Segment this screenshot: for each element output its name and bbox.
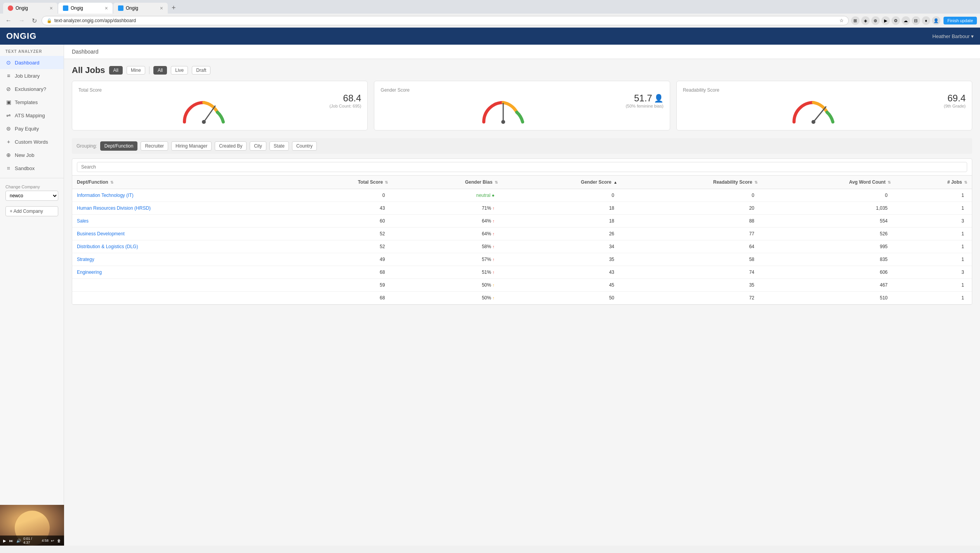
sidebar-item-templates[interactable]: ▣ Templates xyxy=(0,96,64,109)
filter-mine-button[interactable]: Mine xyxy=(127,66,145,75)
grouping-city-button[interactable]: City xyxy=(250,141,266,151)
company-select[interactable]: newco xyxy=(5,191,58,201)
browser-tab-3[interactable]: Ongig × xyxy=(113,3,168,14)
tab-close-3[interactable]: × xyxy=(160,5,163,11)
ext-icon-6[interactable]: ☁ xyxy=(902,16,910,25)
dept-cell-6[interactable]: Strategy xyxy=(72,253,289,266)
star-icon[interactable]: ☆ xyxy=(839,18,844,23)
grouping-country-button[interactable]: Country xyxy=(292,141,317,151)
dept-cell-1[interactable]: Information Technology (IT) xyxy=(72,189,289,202)
sidebar-label-ats: ATS Mapping xyxy=(15,113,45,118)
dept-cell-5[interactable]: Distribution & Logistics (DLG) xyxy=(72,240,289,253)
grouping-dept-button[interactable]: Dept/Function xyxy=(100,141,138,151)
change-company-label: Change Company xyxy=(5,184,58,189)
forward-button[interactable]: → xyxy=(16,16,27,25)
sidebar-item-pay-equity[interactable]: ⊜ Pay Equity xyxy=(0,122,64,135)
col-gender-score[interactable]: Gender Score ▲ xyxy=(502,176,622,189)
filter-all-button[interactable]: All xyxy=(109,66,123,75)
page-title: Dashboard xyxy=(72,49,972,55)
gender-score-value-container: 51.7 👤 (50% feminine bias) xyxy=(626,93,663,108)
grouping-state-button[interactable]: State xyxy=(269,141,289,151)
ext-icon-2[interactable]: ◈ xyxy=(861,16,870,25)
dept-cell-3[interactable]: Sales xyxy=(72,215,289,228)
sidebar-item-job-library[interactable]: ≡ Job Library xyxy=(0,69,64,82)
app-logo: ONGIG xyxy=(6,31,36,41)
jobs-cell-9: 1 xyxy=(895,292,972,304)
app-header: ONGIG Heather Barbour ▾ xyxy=(0,28,980,45)
read-cell-5: 64 xyxy=(622,240,762,253)
tab-close-2[interactable]: × xyxy=(105,5,108,11)
new-tab-button[interactable]: + xyxy=(169,2,179,14)
search-input[interactable] xyxy=(77,162,967,172)
user-menu[interactable]: Heather Barbour ▾ xyxy=(932,33,974,39)
back-button[interactable]: ← xyxy=(3,16,14,25)
filter-live-button[interactable]: Live xyxy=(171,66,188,75)
sidebar-item-dashboard[interactable]: ⊙ Dashboard xyxy=(0,56,64,69)
play-button[interactable]: ▶ xyxy=(2,538,7,543)
grouping-created-by-button[interactable]: Created By xyxy=(215,141,247,151)
readability-score-value-container: 69.4 (9th Grade) xyxy=(944,93,966,108)
col-word-count[interactable]: Avg Word Count ⇅ xyxy=(762,176,895,189)
ext-icon-5[interactable]: ⚙ xyxy=(891,16,900,25)
col-total-score[interactable]: Total Score ⇅ xyxy=(289,176,393,189)
gender-cell-3: 18 xyxy=(502,215,622,228)
reload-button[interactable]: ↻ xyxy=(30,16,39,25)
add-company-button[interactable]: + Add Company xyxy=(5,206,58,216)
grouping-hiring-manager-button[interactable]: Hiring Manager xyxy=(171,141,212,151)
word-cell-6: 835 xyxy=(762,253,895,266)
dashboard-icon: ⊙ xyxy=(5,59,12,66)
delete-button[interactable]: 🗑 xyxy=(56,538,62,543)
volume-button[interactable]: 🔊 xyxy=(16,538,22,543)
browser-tab-1[interactable]: Ongig × xyxy=(3,3,57,14)
ext-icon-3[interactable]: ⊛ xyxy=(871,16,880,25)
dept-cell-8[interactable] xyxy=(72,279,289,292)
dept-cell-9[interactable] xyxy=(72,292,289,304)
sidebar-item-exclusionary[interactable]: ⊘ Exclusionary? xyxy=(0,82,64,96)
sort-gender-icon: ▲ xyxy=(613,180,617,184)
sidebar-item-sandbox[interactable]: ⌗ Sandbox xyxy=(0,162,64,175)
sidebar-item-ats-mapping[interactable]: ⇌ ATS Mapping xyxy=(0,109,64,122)
table-row: Engineering 68 51% ↑ 43 74 606 3 xyxy=(72,266,972,279)
bias-arrow-5: ↑ xyxy=(492,244,495,249)
read-cell-1: 0 xyxy=(622,189,762,202)
total-score-gauge xyxy=(78,97,329,124)
ext-icon-4[interactable]: ▶ xyxy=(881,16,890,25)
filter-draft-button[interactable]: Draft xyxy=(192,66,210,75)
filter-all2-button[interactable]: All xyxy=(153,66,167,75)
user-profile-icon[interactable]: 👤 xyxy=(932,16,940,25)
total-cell-4: 52 xyxy=(289,228,393,240)
gender-cell-5: 34 xyxy=(502,240,622,253)
tab-favicon-3 xyxy=(118,5,123,11)
read-cell-6: 58 xyxy=(622,253,762,266)
sidebar-item-custom-words[interactable]: + Custom Words xyxy=(0,135,64,148)
tab-label-2: Ongig xyxy=(71,5,83,11)
ext-icon-1[interactable]: ⊞ xyxy=(851,16,860,25)
word-cell-1: 0 xyxy=(762,189,895,202)
next-button[interactable]: ⏭ xyxy=(9,538,14,543)
col-gender-bias[interactable]: Gender Bias ⇅ xyxy=(393,176,502,189)
sidebar-item-new-job[interactable]: ⊕ New Job xyxy=(0,148,64,162)
read-cell-9: 72 xyxy=(622,292,762,304)
total-cell-2: 43 xyxy=(289,202,393,215)
dept-cell-2[interactable]: Human Resources Division (HRSD) xyxy=(72,202,289,215)
sidebar-label-sandbox: Sandbox xyxy=(15,165,35,171)
svg-point-5 xyxy=(811,120,815,124)
dept-cell-7[interactable]: Engineering xyxy=(72,266,289,279)
ext-icon-7[interactable]: ⊟ xyxy=(912,16,920,25)
col-dept[interactable]: Dept/Function ⇅ xyxy=(72,176,289,189)
ext-icon-8[interactable]: ♦ xyxy=(922,16,930,25)
col-jobs[interactable]: # Jobs ⇅ xyxy=(895,176,972,189)
score-cards: Total Score 68.4 (Job Count: 695) xyxy=(72,81,972,130)
dept-cell-4[interactable]: Business Development xyxy=(72,228,289,240)
tab-close-1[interactable]: × xyxy=(50,5,53,11)
video-timestamp: 4:58 xyxy=(42,539,49,543)
table-row: Information Technology (IT) 0 neutral ● … xyxy=(72,189,972,202)
browser-tab-2[interactable]: Ongig × xyxy=(58,3,113,14)
tab-favicon-1 xyxy=(8,5,13,11)
address-bar[interactable]: 🔒 text-analyzer.ongig.com/app/dashboard … xyxy=(42,16,849,25)
finish-update-button[interactable]: Finish update xyxy=(944,17,977,24)
grouping-recruiter-button[interactable]: Recruiter xyxy=(141,141,168,151)
jobs-header: All Jobs All Mine All Live Draft xyxy=(72,65,972,75)
rewind-button[interactable]: ↩ xyxy=(50,538,55,543)
col-readability[interactable]: Readability Score ⇅ xyxy=(622,176,762,189)
